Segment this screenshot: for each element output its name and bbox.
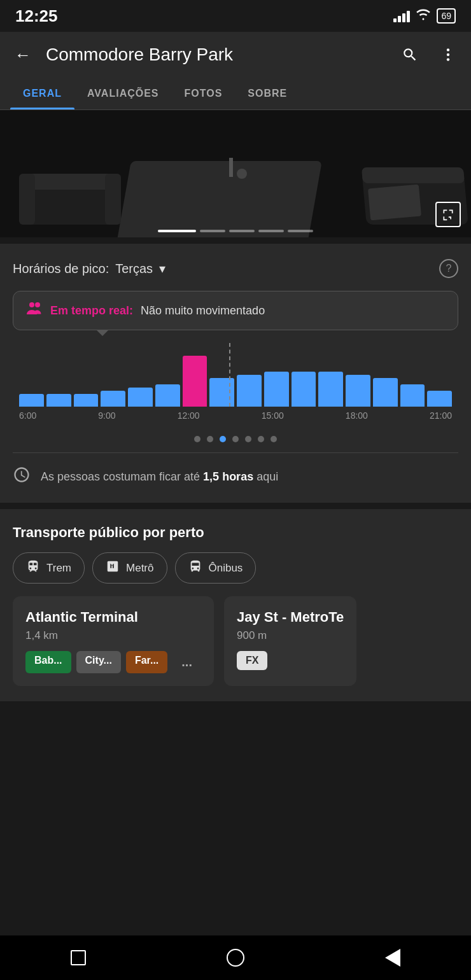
tab-avaliacoes[interactable]: AVALIAÇÕES xyxy=(74,78,172,109)
signal-icon xyxy=(393,10,410,22)
page-title: Commodore Barry Park xyxy=(46,45,387,65)
chart-x-labels: 6:00 9:00 12:00 15:00 18:00 21:00 xyxy=(13,407,458,421)
svg-rect-12 xyxy=(105,174,121,225)
svg-rect-4 xyxy=(113,161,322,237)
chart-bar xyxy=(74,394,99,407)
chart-bar xyxy=(318,372,343,407)
bottom-navigation xyxy=(0,935,471,980)
station-dist-atlantic: 1,4 km xyxy=(25,629,201,642)
peak-hours-chart: 6:00 9:00 12:00 15:00 18:00 21:00 xyxy=(13,343,458,426)
battery-icon: 69 xyxy=(437,8,456,24)
transport-title: Transporte público por perto xyxy=(13,524,458,541)
back-triangle-icon xyxy=(385,949,400,967)
transport-filter-pills: Trem Metrô Ônibus xyxy=(13,552,458,584)
peak-hours-day[interactable]: Terças xyxy=(115,262,153,276)
expand-icon xyxy=(442,208,454,221)
carousel-dot-3 xyxy=(220,436,226,442)
metro-icon xyxy=(106,559,120,577)
tab-geral[interactable]: GERAL xyxy=(10,78,74,109)
transport-card-jaystreet: Jay St - MetroTe 900 m FX xyxy=(224,596,356,686)
realtime-text: Não muito movimentado xyxy=(141,304,265,318)
svg-rect-14 xyxy=(362,167,465,183)
svg-point-1 xyxy=(447,53,449,56)
peak-hours-section: Horários de pico: Terças ▾ ? Em tempo re… xyxy=(0,244,471,503)
chart-bar xyxy=(373,378,398,407)
bus-icon xyxy=(188,559,202,577)
badge-fx[interactable]: FX xyxy=(237,651,267,670)
badge-bab[interactable]: Bab... xyxy=(25,651,71,673)
carousel-dot-7 xyxy=(271,436,277,442)
realtime-label: Em tempo real: xyxy=(50,304,133,318)
svg-point-16 xyxy=(29,302,34,307)
help-button[interactable]: ? xyxy=(439,259,458,278)
train-icon xyxy=(26,559,40,577)
search-icon xyxy=(402,46,418,63)
chart-bar xyxy=(346,375,370,407)
chart-bar xyxy=(427,391,452,407)
tab-sobre[interactable]: SOBRE xyxy=(235,78,300,109)
transport-card-atlantic: Atlantic Terminal 1,4 km Bab... City... … xyxy=(13,596,214,686)
svg-rect-11 xyxy=(19,174,35,225)
status-time: 12:25 xyxy=(15,6,58,26)
jay-badges: FX xyxy=(237,651,344,670)
chart-bar xyxy=(209,378,234,407)
svg-rect-8 xyxy=(229,158,233,177)
photo-dot-2 xyxy=(200,230,225,232)
filter-pill-trem[interactable]: Trem xyxy=(13,552,85,584)
system-back-button[interactable] xyxy=(377,942,409,974)
tab-fotos[interactable]: FOTOS xyxy=(172,78,236,109)
chart-bar xyxy=(237,375,262,407)
chart-bar xyxy=(128,388,153,407)
carousel-dot-5 xyxy=(245,436,251,442)
timer-icon xyxy=(13,466,31,487)
day-dropdown-icon[interactable]: ▾ xyxy=(159,261,165,276)
chart-bar xyxy=(264,372,289,407)
back-button[interactable]: ← xyxy=(10,42,36,67)
filter-pill-metro[interactable]: Metrô xyxy=(92,552,167,584)
realtime-status-box: Em tempo real: Não muito movimentado xyxy=(13,291,458,330)
carousel-dot-1 xyxy=(194,436,200,442)
home-button[interactable] xyxy=(220,942,251,974)
chart-carousel-dots xyxy=(13,436,458,442)
badge-far[interactable]: Far... xyxy=(126,651,167,673)
peak-hours-label: Horários de pico: xyxy=(13,262,109,276)
badge-city[interactable]: City... xyxy=(76,651,121,673)
transport-section: Transporte público por perto Trem Metrô xyxy=(0,509,471,701)
photo-dot-3 xyxy=(229,230,255,232)
status-icons: 69 xyxy=(393,8,456,24)
atlantic-badges: Bab... City... Far... ... xyxy=(25,651,201,673)
more-options-button[interactable] xyxy=(435,42,461,67)
peak-hours-header: Horários de pico: Terças ▾ ? xyxy=(13,259,458,278)
chart-bar xyxy=(400,384,425,407)
header-actions xyxy=(397,42,461,67)
svg-point-7 xyxy=(237,169,247,179)
more-vertical-icon xyxy=(440,46,456,63)
app-header: ← Commodore Barry Park xyxy=(0,32,471,78)
people-icon xyxy=(26,302,43,319)
svg-rect-15 xyxy=(368,185,421,221)
badge-more[interactable]: ... xyxy=(172,651,201,673)
wifi-icon xyxy=(416,9,430,24)
station-name-atlantic: Atlantic Terminal xyxy=(25,609,201,626)
expand-photo-button[interactable] xyxy=(435,202,461,227)
home-icon xyxy=(227,949,244,967)
chart-bar xyxy=(292,372,316,407)
chart-bars xyxy=(13,343,458,407)
chart-bar xyxy=(155,384,180,407)
filter-pill-onibus[interactable]: Ônibus xyxy=(175,552,257,584)
duration-row: As pessoas costumam ficar até 1,5 horas … xyxy=(13,452,458,487)
chart-bar xyxy=(46,394,71,407)
duration-text: As pessoas costumam ficar até 1,5 horas … xyxy=(41,470,278,484)
search-button[interactable] xyxy=(397,42,423,67)
peak-title-row: Horários de pico: Terças ▾ xyxy=(13,261,165,276)
svg-point-0 xyxy=(447,48,449,51)
station-dist-jay: 900 m xyxy=(237,629,344,642)
svg-point-2 xyxy=(447,58,449,60)
photo-scene xyxy=(0,110,471,237)
svg-point-17 xyxy=(35,302,40,307)
recent-apps-button[interactable] xyxy=(62,942,94,974)
station-name-jay: Jay St - MetroTe xyxy=(237,609,344,626)
photo-area xyxy=(0,110,471,237)
carousel-dot-2 xyxy=(207,436,213,442)
photo-indicator xyxy=(158,230,313,232)
